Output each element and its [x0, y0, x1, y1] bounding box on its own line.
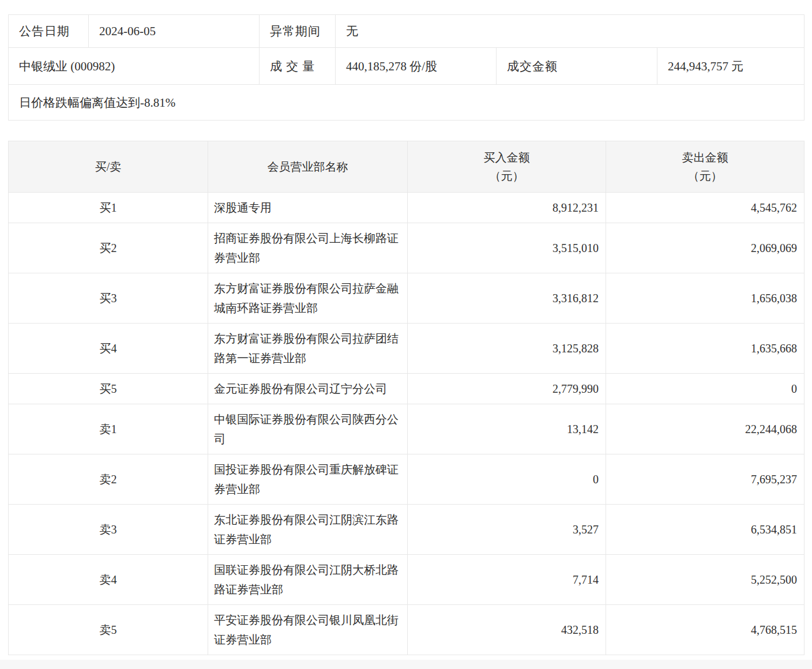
header-buy-amount: 买入金额 （元） [408, 141, 606, 193]
sell-amount-cell: 4,768,515 [606, 605, 805, 655]
header-sell-amount: 卖出金额 （元） [606, 141, 805, 193]
table-row: 买2招商证券股份有限公司上海长柳路证券营业部3,515,0102,069,069 [9, 223, 805, 273]
sell-amount-cell: 5,252,500 [606, 555, 805, 605]
table-row: 卖5平安证券股份有限公司银川凤凰北街证券营业部432,5184,768,515 [9, 605, 805, 655]
header-buy-amount-line1: 买入金额 [408, 148, 606, 167]
table-row: 卖2国投证券股份有限公司重庆解放碑证券营业部07,695,237 [9, 454, 805, 505]
branch-name-cell: 招商证券股份有限公司上海长柳路证券营业部 [208, 223, 408, 273]
info-row-volume: 中银绒业 (000982) 成 交 量 440,185,278 份/股 成交金额… [9, 48, 805, 85]
sell-amount-cell: 4,545,762 [606, 193, 805, 223]
volume-label: 成 交 量 [260, 48, 336, 85]
buy-sell-cell: 买5 [9, 374, 208, 404]
buy-sell-cell: 买4 [9, 324, 208, 374]
header-sell-amount-line2: （元） [606, 167, 804, 185]
buy-amount-cell: 13,142 [408, 404, 606, 454]
turnover-label: 成交金额 [497, 48, 657, 85]
buy-amount-cell: 432,518 [408, 605, 606, 655]
page-footer-strip [0, 660, 812, 669]
info-row-date: 公告日期 2024-06-05 异常期间 无 [9, 15, 805, 48]
buy-sell-cell: 卖3 [9, 505, 208, 555]
sell-amount-cell: 22,244,068 [606, 404, 805, 454]
sell-amount-cell: 1,656,038 [606, 273, 805, 324]
table-row: 卖3东北证券股份有限公司江阴滨江东路证券营业部3,5276,534,851 [9, 505, 805, 555]
branch-name-cell: 国联证券股份有限公司江阴大桥北路路证券营业部 [208, 555, 408, 605]
sell-amount-cell: 1,635,668 [606, 324, 805, 374]
sell-amount-cell: 6,534,851 [606, 505, 805, 555]
buy-sell-cell: 卖4 [9, 555, 208, 605]
buy-amount-cell: 2,779,990 [408, 374, 606, 404]
buy-amount-cell: 8,912,231 [408, 193, 606, 223]
branch-name-cell: 中银国际证券股份有限公司陕西分公司 [208, 404, 408, 454]
table-row: 买5金元证券股份有限公司辽宁分公司2,779,9900 [9, 374, 805, 404]
buy-amount-cell: 0 [408, 454, 606, 505]
announce-date-label: 公告日期 [9, 15, 89, 48]
header-buy-amount-line2: （元） [408, 167, 606, 185]
branch-name-cell: 东方财富证券股份有限公司拉萨团结路第一证券营业部 [208, 324, 408, 374]
buy-sell-cell: 卖2 [9, 454, 208, 505]
buy-amount-cell: 3,316,812 [408, 273, 606, 324]
broker-table-header-row: 买/卖 会员营业部名称 买入金额 （元） 卖出金额 （元） [9, 141, 805, 193]
stock-info-table: 公告日期 2024-06-05 异常期间 无 中银绒业 (000982) 成 交… [8, 14, 805, 121]
volume-value: 440,185,278 份/股 [336, 48, 497, 85]
turnover-value: 244,943,757 元 [657, 48, 805, 85]
broker-seats-table: 买/卖 会员营业部名称 买入金额 （元） 卖出金额 （元） 买1深股通专用8,9… [8, 141, 805, 655]
branch-name-cell: 国投证券股份有限公司重庆解放碑证券营业部 [208, 454, 408, 505]
buy-amount-cell: 3,125,828 [408, 324, 606, 374]
header-buy-sell: 买/卖 [9, 141, 208, 193]
broker-table-body: 买1深股通专用8,912,2314,545,762买2招商证券股份有限公司上海长… [9, 193, 805, 655]
branch-name-cell: 东方财富证券股份有限公司拉萨金融城南环路证券营业部 [208, 273, 408, 324]
header-branch-name: 会员营业部名称 [208, 141, 408, 193]
abnormal-period-value: 无 [336, 15, 805, 48]
table-row: 卖4国联证券股份有限公司江阴大桥北路路证券营业部7,7145,252,500 [9, 555, 805, 605]
buy-sell-cell: 买2 [9, 223, 208, 273]
branch-name-cell: 平安证券股份有限公司银川凤凰北街证券营业部 [208, 605, 408, 655]
sell-amount-cell: 0 [606, 374, 805, 404]
buy-sell-cell: 卖1 [9, 404, 208, 454]
stock-name: 中银绒业 (000982) [9, 48, 260, 85]
sell-amount-cell: 7,695,237 [606, 454, 805, 505]
branch-name-cell: 东北证券股份有限公司江阴滨江东路证券营业部 [208, 505, 408, 555]
buy-sell-cell: 买1 [9, 193, 208, 223]
buy-sell-cell: 卖5 [9, 605, 208, 655]
abnormal-period-label: 异常期间 [260, 15, 336, 48]
table-row: 卖1中银国际证券股份有限公司陕西分公司13,14222,244,068 [9, 404, 805, 454]
info-row-reason: 日价格跌幅偏离值达到-8.81% [9, 85, 805, 121]
buy-amount-cell: 3,515,010 [408, 223, 606, 273]
buy-amount-cell: 7,714 [408, 555, 606, 605]
listing-reason: 日价格跌幅偏离值达到-8.81% [9, 85, 805, 121]
branch-name-cell: 深股通专用 [208, 193, 408, 223]
buy-sell-cell: 买3 [9, 273, 208, 324]
header-sell-amount-line1: 卖出金额 [606, 148, 804, 167]
buy-amount-cell: 3,527 [408, 505, 606, 555]
branch-name-cell: 金元证券股份有限公司辽宁分公司 [208, 374, 408, 404]
table-row: 买3东方财富证券股份有限公司拉萨金融城南环路证券营业部3,316,8121,65… [9, 273, 805, 324]
sell-amount-cell: 2,069,069 [606, 223, 805, 273]
page: 公告日期 2024-06-05 异常期间 无 中银绒业 (000982) 成 交… [0, 0, 812, 669]
announce-date-value: 2024-06-05 [89, 15, 260, 48]
table-row: 买4东方财富证券股份有限公司拉萨团结路第一证券营业部3,125,8281,635… [9, 324, 805, 374]
table-row: 买1深股通专用8,912,2314,545,762 [9, 193, 805, 223]
